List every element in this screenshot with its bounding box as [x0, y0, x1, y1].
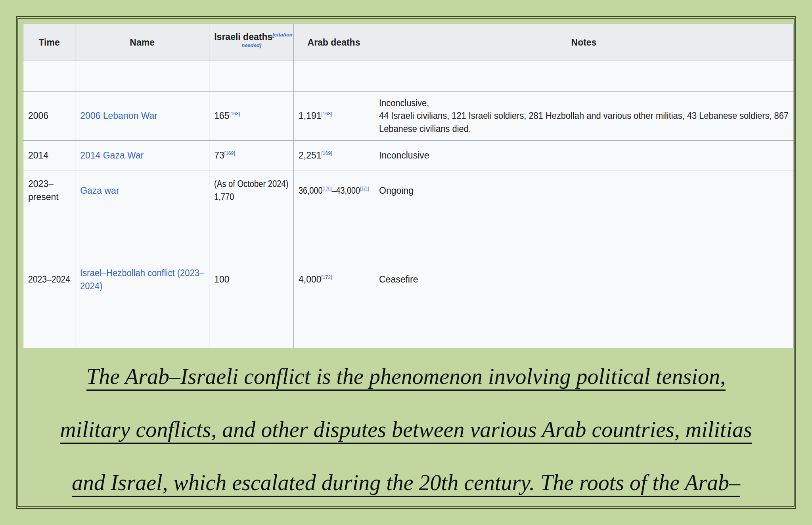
caption-block: The Arab–Israeli conflict is the phenome…: [18, 350, 794, 509]
citation-ref[interactable]: [169]: [224, 151, 235, 156]
time-cell: 2014: [23, 141, 75, 170]
name-cell: 2006 Lebanon War: [75, 92, 209, 141]
citation-ref[interactable]: [169]: [322, 151, 332, 156]
arab-deaths-cell: 4,000[172]: [293, 211, 374, 348]
time-cell: 2006: [23, 92, 75, 141]
wiki-link[interactable]: Israel–Hezbollah conflict (2023–2024): [80, 268, 204, 291]
israeli-deaths-cell: 165[168]: [209, 92, 294, 141]
table-row: 20142014 Gaza War73[169]2,251[169]Inconc…: [23, 141, 794, 170]
wiki-link[interactable]: 2014 Gaza War: [80, 150, 144, 160]
content-frame: Time Name Israeli deaths[citationneeded]…: [16, 16, 796, 509]
table-header-row: Time Name Israeli deaths[citationneeded]…: [23, 24, 794, 61]
name-cell: [75, 61, 209, 92]
notes-cell: Inconclusive,44 Israeli civilians, 121 I…: [374, 92, 794, 141]
citation-ref[interactable]: [170]: [322, 186, 331, 191]
wiki-link[interactable]: 2006 Lebanon War: [80, 111, 157, 121]
table-row: 2023–2024Israel–Hezbollah conflict (2023…: [23, 211, 794, 348]
israeli-deaths-cell: 73[169]: [209, 141, 294, 170]
caption-line: The Arab–Israeli conflict is the phenome…: [18, 350, 794, 403]
wiki-link[interactable]: Gaza war: [80, 185, 119, 196]
notes-cell: Inconclusive: [374, 141, 794, 170]
notes-cell: Ongoing: [374, 170, 794, 211]
arab-deaths-cell: 1,191[168]: [293, 92, 374, 141]
notes-cell: Ceasefire: [374, 211, 794, 348]
table-row: 20062006 Lebanon War165[168]1,191[168]In…: [23, 92, 794, 141]
col-header-time: Time: [23, 24, 75, 61]
arab-deaths-cell: 36,000[170]–43,000[171]: [293, 170, 374, 211]
time-cell: [23, 61, 75, 92]
arab-deaths-cell: 2,251[169]: [293, 141, 374, 170]
col-header-israeli-deaths: Israeli deaths[citationneeded]: [209, 24, 294, 61]
col-header-label: Israeli deaths: [214, 32, 272, 42]
col-header-notes: Notes: [374, 24, 794, 61]
table-row: 2023–presentGaza war(As of October 2024)…: [23, 170, 794, 211]
table-body: 20062006 Lebanon War165[168]1,191[168]In…: [23, 61, 794, 348]
israeli-deaths-cell: 100: [209, 211, 294, 348]
name-cell: Gaza war: [75, 170, 209, 211]
col-header-name: Name: [75, 24, 209, 61]
caption-line: military conflicts, and other disputes b…: [18, 403, 794, 456]
citation-ref[interactable]: [168]: [322, 111, 332, 117]
notes-cell: [374, 61, 794, 92]
name-cell: Israel–Hezbollah conflict (2023–2024): [75, 211, 209, 348]
time-cell: 2023–present: [23, 170, 75, 211]
caption-line: and Israel, which escalated during the 2…: [18, 456, 794, 509]
time-cell: 2023–2024: [23, 211, 75, 348]
israeli-deaths-cell: [209, 61, 294, 92]
conflicts-table: Time Name Israeli deaths[citationneeded]…: [23, 24, 794, 348]
citation-ref[interactable]: [172]: [322, 275, 332, 281]
citation-ref[interactable]: [168]: [230, 111, 240, 117]
israeli-deaths-cell: (As of October 2024)1,770: [209, 170, 294, 211]
col-header-arab-deaths: Arab deaths: [293, 24, 374, 61]
arab-deaths-cell: [293, 61, 374, 92]
citation-ref[interactable]: [171]: [360, 186, 369, 191]
name-cell: 2014 Gaza War: [75, 141, 209, 170]
table-row: [23, 61, 794, 92]
